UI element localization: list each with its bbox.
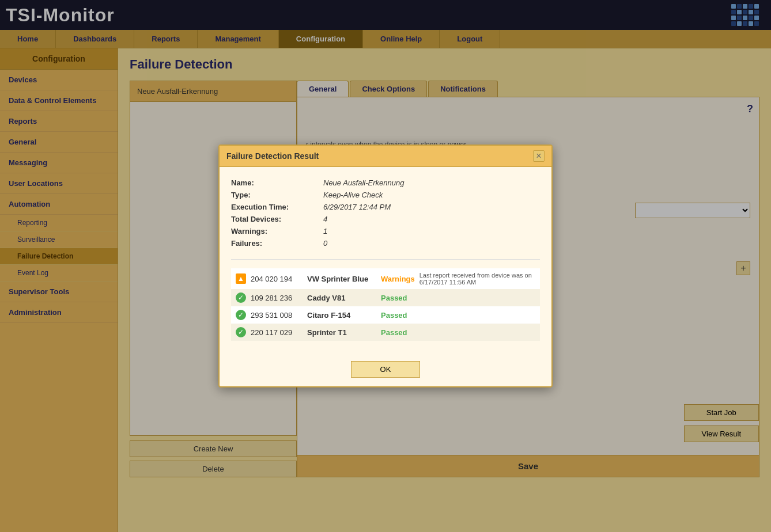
name-label: Name:: [231, 178, 318, 187]
total-devices-label: Total Devices:: [231, 215, 318, 223]
detail-grid: Name: Neue Ausfall-Erkennung Type: Keep-…: [231, 178, 540, 248]
result-divider: [231, 259, 540, 260]
result-row-3: ✓220 117 029Sprinter T1Passed: [231, 324, 540, 341]
result-row-1: ✓109 281 236Caddy V81Passed: [231, 289, 540, 306]
result-row-2: ✓293 531 008Citaro F-154Passed: [231, 306, 540, 324]
failures-label: Failures:: [231, 239, 318, 248]
modal-close-button[interactable]: ×: [533, 150, 545, 162]
modal-header: Failure Detection Result ×: [220, 146, 551, 167]
modal-footer: OK: [220, 352, 551, 386]
device-name-2: Citaro F-154: [307, 311, 376, 320]
result-row-0: ▲204 020 194VW Sprinter BlueWarningsLast…: [231, 268, 540, 289]
status-label-2: Passed: [381, 311, 407, 320]
type-label: Type:: [231, 191, 318, 199]
type-value: Keep-Alive Check: [323, 191, 540, 199]
warning-detail-0: Last report received from device was on …: [419, 272, 535, 286]
modal-title: Failure Detection Result: [226, 151, 319, 161]
failures-value: 0: [323, 239, 540, 248]
device-id-3: 220 117 029: [251, 328, 303, 337]
device-name-3: Sprinter T1: [307, 328, 376, 337]
device-id-1: 109 281 236: [251, 294, 303, 302]
result-rows: ▲204 020 194VW Sprinter BlueWarningsLast…: [231, 268, 540, 341]
execution-time-label: Execution Time:: [231, 203, 318, 211]
warnings-label: Warnings:: [231, 227, 318, 235]
name-value: Neue Ausfall-Erkennung: [323, 178, 540, 187]
pass-icon-1: ✓: [236, 292, 246, 303]
warn-icon-0: ▲: [236, 273, 246, 284]
status-label-3: Passed: [381, 328, 407, 337]
status-label-1: Passed: [381, 294, 407, 302]
execution-time-value: 6/29/2017 12:44 PM: [323, 203, 540, 211]
modal-body: Name: Neue Ausfall-Erkennung Type: Keep-…: [220, 167, 551, 352]
device-name-1: Caddy V81: [307, 294, 376, 302]
pass-icon-3: ✓: [236, 327, 246, 337]
total-devices-value: 4: [323, 215, 540, 223]
pass-icon-2: ✓: [236, 310, 246, 320]
ok-button[interactable]: OK: [351, 361, 421, 378]
status-label-0: Warnings: [381, 275, 415, 283]
warnings-value: 1: [323, 227, 540, 235]
modal-dialog: Failure Detection Result × Name: Neue Au…: [218, 145, 553, 387]
device-id-0: 204 020 194: [251, 275, 303, 283]
device-id-2: 293 531 008: [251, 311, 303, 320]
modal-overlay: Failure Detection Result × Name: Neue Au…: [0, 0, 771, 532]
device-name-0: VW Sprinter Blue: [307, 275, 376, 283]
